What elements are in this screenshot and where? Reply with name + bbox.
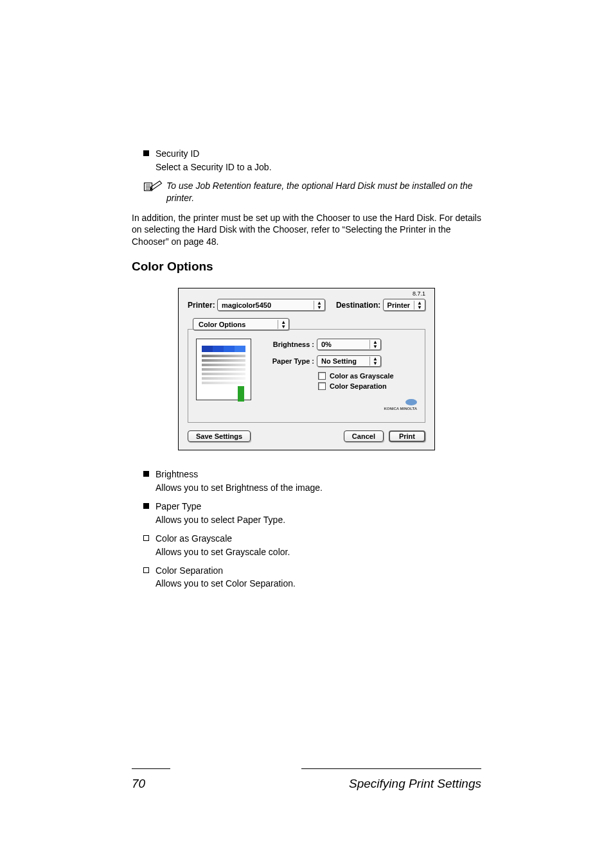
printer-dropdown-value: magicolor5450 bbox=[222, 301, 271, 309]
list-item-title: Paper Type bbox=[155, 500, 201, 513]
note-text: To use Job Retention feature, the option… bbox=[166, 180, 481, 204]
logo-text: KONICA MINOLTA bbox=[384, 407, 417, 411]
dialog-version: 8.7.1 bbox=[413, 290, 425, 297]
footer-rule-left bbox=[132, 768, 170, 769]
dropdown-arrows-icon: ▲▼ bbox=[314, 301, 322, 310]
dropdown-arrows-icon: ▲▼ bbox=[278, 320, 286, 329]
bullet-square-icon bbox=[143, 150, 149, 156]
dropdown-arrows-icon: ▲▼ bbox=[414, 301, 422, 310]
list-item-title: Color Separation bbox=[155, 565, 223, 577]
printer-label: Printer: bbox=[188, 301, 215, 310]
footer-rule-right bbox=[301, 768, 481, 769]
options-fieldset: Brightness : 0% ▲▼ Paper Type : No Setti… bbox=[188, 329, 425, 423]
security-id-title: Security ID bbox=[155, 148, 199, 160]
destination-dropdown[interactable]: Printer ▲▼ bbox=[383, 299, 425, 311]
printer-dropdown[interactable]: magicolor5450 ▲▼ bbox=[217, 299, 325, 311]
papertype-value: No Setting bbox=[321, 357, 357, 365]
cancel-button[interactable]: Cancel bbox=[344, 430, 384, 442]
note-icon bbox=[143, 180, 166, 204]
bullet-square-hollow-icon bbox=[143, 535, 149, 541]
brightness-value: 0% bbox=[321, 341, 332, 348]
papertype-label: Paper Type : bbox=[262, 357, 314, 365]
brightness-label: Brightness : bbox=[262, 341, 314, 348]
panel-dropdown[interactable]: Color Options ▲▼ bbox=[193, 318, 289, 330]
footer-title: Specifying Print Settings bbox=[349, 777, 481, 791]
destination-label: Destination: bbox=[336, 301, 380, 310]
grayscale-checkbox[interactable] bbox=[318, 372, 326, 380]
section-heading: Color Options bbox=[132, 260, 481, 274]
list-item-desc: Allows you to select Paper Type. bbox=[155, 514, 481, 526]
logo-globe-icon bbox=[405, 399, 417, 405]
papertype-dropdown[interactable]: No Setting ▲▼ bbox=[317, 355, 381, 367]
vendor-logo: KONICA MINOLTA bbox=[384, 399, 417, 411]
bullet-square-icon bbox=[143, 471, 149, 477]
bullet-square-icon bbox=[143, 503, 149, 509]
preview-thumbnail bbox=[196, 339, 251, 400]
save-settings-button[interactable]: Save Settings bbox=[188, 430, 251, 442]
grayscale-label: Color as Grayscale bbox=[330, 372, 394, 380]
print-dialog: 8.7.1 Printer: magicolor5450 ▲▼ Destinat… bbox=[178, 288, 435, 450]
security-id-desc: Select a Security ID to a Job. bbox=[155, 161, 481, 173]
page-number: 70 bbox=[132, 777, 145, 791]
list-item-desc: Allows you to set Grayscale color. bbox=[155, 546, 481, 558]
chooser-paragraph: In addition, the printer must be set up … bbox=[132, 212, 481, 249]
dropdown-arrows-icon: ▲▼ bbox=[369, 357, 378, 366]
list-item-desc: Allows you to set Brightness of the imag… bbox=[155, 482, 481, 494]
colorsep-checkbox[interactable] bbox=[318, 382, 326, 390]
bullet-square-hollow-icon bbox=[143, 567, 149, 573]
panel-dropdown-value: Color Options bbox=[199, 321, 245, 328]
list-item-desc: Allows you to set Color Separation. bbox=[155, 578, 481, 590]
print-button[interactable]: Print bbox=[389, 430, 425, 442]
colorsep-label: Color Separation bbox=[330, 382, 387, 390]
dropdown-arrows-icon: ▲▼ bbox=[369, 340, 378, 349]
list-item-title: Brightness bbox=[155, 468, 198, 481]
brightness-dropdown[interactable]: 0% ▲▼ bbox=[317, 339, 381, 350]
list-item-title: Color as Grayscale bbox=[155, 533, 232, 545]
destination-dropdown-value: Printer bbox=[387, 301, 410, 309]
